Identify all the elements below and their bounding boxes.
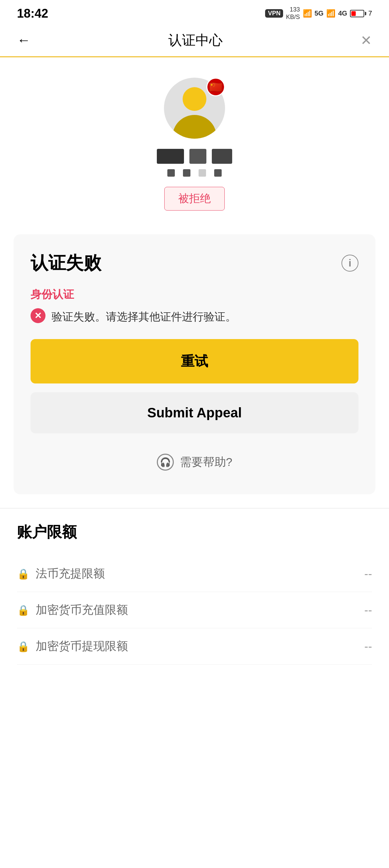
help-row[interactable]: 🎧 需要帮助? <box>31 447 358 477</box>
signal-5g-icon: 5G <box>315 9 324 17</box>
limit-left-crypto-withdraw: 🔒 加密货币提现限额 <box>17 638 128 654</box>
dot-2 <box>183 169 190 177</box>
section-divider <box>0 508 389 509</box>
retry-button[interactable]: 重试 <box>31 339 358 383</box>
limit-row-crypto-deposit: 🔒 加密货币充值限额 -- <box>17 592 372 628</box>
limit-row-fiat: 🔒 法币充提限额 -- <box>17 556 372 592</box>
auth-failure-card: 认证失败 i 身份认证 ✕ 验证失败。请选择其他证件进行验证。 重试 Submi… <box>14 234 375 494</box>
card-title: 认证失败 <box>31 251 101 275</box>
dot-3 <box>199 169 206 177</box>
status-icons: VPN 133KB/S 📶 5G 📶 4G 7 <box>265 6 372 21</box>
username-block-3 <box>212 149 232 164</box>
status-bar: 18:42 VPN 133KB/S 📶 5G 📶 4G 7 <box>0 0 389 24</box>
limits-section: 账户限额 🔒 法币充提限额 -- 🔒 加密货币充值限额 -- 🔒 加密货币提现限… <box>0 522 389 685</box>
limit-row-crypto-withdraw: 🔒 加密货币提现限额 -- <box>17 628 372 665</box>
dots-row <box>167 169 222 177</box>
avatar-head <box>183 87 206 111</box>
limit-left-fiat: 🔒 法币充提限额 <box>17 566 105 581</box>
country-flag: 🇨🇳 <box>206 78 225 96</box>
page-title: 认证中心 <box>168 31 223 50</box>
lock-icon-fiat: 🔒 <box>17 568 30 580</box>
status-time: 18:42 <box>17 6 48 21</box>
headset-icon: 🎧 <box>157 454 174 471</box>
lock-icon-crypto-withdraw: 🔒 <box>17 640 30 652</box>
username-row <box>157 149 232 164</box>
limit-left-crypto-deposit: 🔒 加密货币充值限额 <box>17 602 128 618</box>
avatar-body <box>172 115 217 139</box>
help-text: 需要帮助? <box>180 454 233 470</box>
dot-4 <box>214 169 222 177</box>
signal-bars-icon: 📶 <box>326 9 335 18</box>
fiat-limit-label: 法币充提限额 <box>36 566 105 581</box>
error-section: 身份认证 ✕ 验证失败。请选择其他证件进行验证。 <box>31 287 358 326</box>
dot-1 <box>167 169 175 177</box>
error-text: 验证失败。请选择其他证件进行验证。 <box>52 308 236 326</box>
error-label: 身份认证 <box>31 287 358 302</box>
battery-level: 7 <box>368 9 372 17</box>
info-icon[interactable]: i <box>341 255 358 272</box>
battery-indicator: 7 <box>350 9 372 17</box>
close-button[interactable]: ✕ <box>360 33 372 48</box>
speed-text: 133KB/S <box>286 6 300 21</box>
wifi-icon: 📶 <box>303 9 312 18</box>
error-icon: ✕ <box>31 308 45 323</box>
profile-section: 🇨🇳 被拒绝 <box>0 57 389 224</box>
crypto-deposit-limit-label: 加密货币充值限额 <box>36 602 128 618</box>
lock-icon-crypto-deposit: 🔒 <box>17 604 30 616</box>
submit-appeal-button[interactable]: Submit Appeal <box>31 392 358 433</box>
crypto-deposit-limit-value: -- <box>364 604 372 617</box>
username-block-2 <box>189 149 206 164</box>
vpn-badge: VPN <box>265 9 283 18</box>
error-row: ✕ 验证失败。请选择其他证件进行验证。 <box>31 308 358 326</box>
back-button[interactable]: ← <box>17 33 31 48</box>
crypto-withdraw-limit-value: -- <box>364 640 372 653</box>
nav-bar: ← 认证中心 ✕ <box>0 24 389 57</box>
card-header: 认证失败 i <box>31 251 358 275</box>
username-block-1 <box>157 149 184 164</box>
signal-4g-icon: 4G <box>338 9 347 17</box>
fiat-limit-value: -- <box>364 567 372 580</box>
limits-title: 账户限额 <box>17 522 372 542</box>
crypto-withdraw-limit-label: 加密货币提现限额 <box>36 638 128 654</box>
status-badge: 被拒绝 <box>164 187 225 211</box>
avatar-container: 🇨🇳 <box>164 78 225 139</box>
